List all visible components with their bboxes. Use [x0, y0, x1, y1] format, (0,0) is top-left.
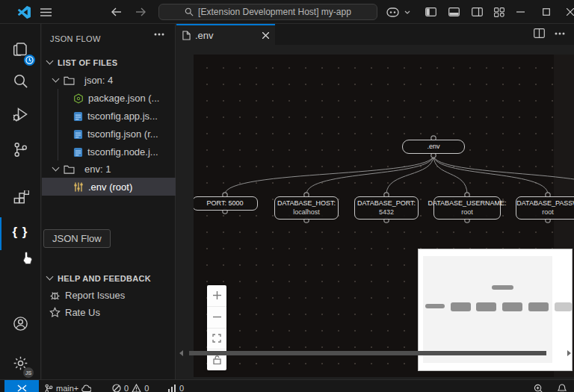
minimap-node-offscreen — [555, 302, 572, 311]
tree-folder-json[interactable]: json: 4 — [42, 72, 176, 89]
settings-gear-icon[interactable]: JS — [2, 346, 38, 379]
git-branch-status[interactable]: main+ — [45, 380, 91, 392]
remote-indicator[interactable] — [4, 380, 39, 392]
search-view-icon[interactable] — [2, 64, 38, 97]
tsconfig-icon — [73, 111, 83, 122]
env-sliders-icon — [73, 182, 84, 192]
help-rate-us[interactable]: Rate Us — [42, 304, 176, 321]
json-flow-view-icon[interactable]: { } — [2, 216, 38, 249]
minimap-node — [476, 302, 496, 311]
flow-node-root[interactable]: .env — [402, 140, 465, 154]
notifications-bell-icon[interactable] — [558, 380, 567, 392]
search-icon — [185, 7, 194, 16]
chevron-down-icon — [46, 273, 54, 281]
nav-forward-icon[interactable] — [131, 0, 150, 24]
minimap-node — [451, 302, 471, 311]
explorer-icon[interactable] — [2, 33, 38, 66]
flow-node-port[interactable]: PORT: 5000 — [194, 196, 258, 211]
zoom-out-button[interactable] — [207, 307, 226, 329]
run-debug-icon[interactable] — [2, 98, 38, 131]
copilot-dropdown-chevron-icon[interactable] — [402, 0, 413, 24]
screencast-zoom-icon[interactable] — [534, 380, 543, 392]
source-control-icon[interactable] — [2, 133, 38, 166]
tsconfig-icon — [73, 147, 83, 158]
chevron-down-icon — [52, 164, 60, 172]
vscode-window: [Extension Development Host] my-app — [0, 0, 574, 392]
section-list-of-files[interactable]: LIST OF FILES — [42, 54, 176, 71]
branch-icon — [45, 384, 53, 392]
toggle-primary-sidebar-icon[interactable] — [421, 0, 440, 24]
scroll-left-arrow-icon[interactable] — [179, 350, 183, 356]
chevron-down-icon — [46, 57, 54, 65]
problems-status[interactable]: 0 0 — [112, 380, 149, 392]
tab-label: .env — [195, 30, 214, 41]
command-center-text: [Extension Development Host] my-app — [198, 7, 351, 17]
sidebar-json-flow: JSON FLOW LIST OF FILES json: 4 package.… — [42, 24, 176, 379]
minimap-node — [425, 304, 445, 308]
activity-bar: { } JS — [0, 24, 41, 379]
json-flow-canvas[interactable]: .env PORT: 5000 DATABASE_HOST: localhost… — [194, 55, 574, 377]
tab-close-icon[interactable] — [262, 32, 269, 39]
tree-file-tsconfig-node[interactable]: tsconfig.node.j... — [42, 143, 176, 161]
menu-hamburger-icon[interactable] — [36, 0, 55, 24]
window-close-button[interactable] — [559, 0, 574, 24]
customize-layout-icon[interactable] — [490, 0, 509, 24]
ports-icon — [167, 385, 176, 392]
sidebar-more-actions-icon[interactable] — [154, 33, 164, 36]
status-bar: main+ 0 0 0 — [0, 379, 574, 392]
fit-view-button[interactable] — [207, 329, 226, 350]
editor-more-actions-icon[interactable] — [555, 32, 565, 35]
ports-status[interactable]: 0 — [167, 380, 184, 392]
accounts-icon[interactable] — [2, 307, 38, 340]
minimap-node — [502, 302, 522, 311]
tree-file-env-selected[interactable]: .env (root) — [42, 178, 176, 196]
zoom-in-button[interactable] — [207, 285, 226, 307]
workbench: { } JS JSON FLOW LIST OF FILES — [0, 24, 574, 379]
split-editor-icon[interactable] — [534, 28, 545, 38]
toggle-panel-icon[interactable] — [444, 0, 463, 24]
tree-folder-env[interactable]: env: 1 — [42, 161, 176, 178]
js-badge: JS — [23, 367, 34, 378]
horizontal-scrollbar[interactable] — [178, 350, 574, 356]
section-help-and-feedback[interactable]: HELP AND FEEDBACK — [42, 270, 176, 287]
folder-icon — [64, 165, 75, 174]
mouse-pointer-cursor — [20, 251, 34, 267]
tab-env[interactable]: .env — [176, 24, 275, 45]
active-view-indicator — [0, 217, 1, 250]
flow-controls — [207, 285, 226, 370]
remote-icon — [17, 385, 27, 392]
flow-node-database-password[interactable]: DATABASE_PASSW root — [516, 196, 574, 220]
bug-icon — [49, 290, 61, 301]
title-bar: [Extension Development Host] my-app — [0, 0, 574, 24]
chevron-down-icon — [52, 75, 60, 83]
copilot-icon[interactable] — [383, 0, 401, 24]
star-icon — [49, 307, 61, 318]
tab-strip: .env — [176, 24, 574, 45]
folder-icon — [64, 76, 75, 85]
file-icon — [182, 31, 191, 40]
json-flow-tooltip: JSON Flow — [43, 229, 111, 248]
extensions-icon[interactable] — [2, 182, 38, 215]
flow-node-database-port[interactable]: DATABASE_PORT: 5432 — [354, 196, 419, 220]
tree-file-tsconfig-app[interactable]: tsconfig.app.js... — [42, 108, 176, 125]
sync-icon — [81, 385, 91, 392]
flow-node-database-username[interactable]: DATABASE_USERNAME: root — [433, 196, 501, 220]
scroll-right-arrow-icon[interactable] — [567, 350, 571, 356]
minimap-node — [492, 285, 513, 290]
editor-group: .env — [176, 24, 574, 379]
tree-file-package-json[interactable]: package.json (... — [42, 90, 176, 107]
window-maximize-button[interactable] — [535, 0, 558, 24]
nav-back-icon[interactable] — [107, 0, 126, 24]
window-minimize-button[interactable] — [509, 0, 531, 24]
tree-file-tsconfig-json[interactable]: tsconfig.json (r... — [42, 125, 176, 143]
sidebar-title: JSON FLOW — [50, 34, 101, 43]
help-report-issues[interactable]: Report Issues — [42, 287, 176, 304]
command-center[interactable]: [Extension Development Host] my-app — [158, 4, 377, 20]
flow-node-database-host[interactable]: DATABASE_HOST: localhost — [274, 196, 339, 220]
vscode-logo-icon — [13, 0, 34, 24]
braces-icon: { } — [13, 225, 28, 240]
scrollbar-thumb[interactable] — [189, 351, 546, 355]
toggle-secondary-sidebar-icon[interactable] — [467, 0, 487, 24]
warnings-icon — [132, 384, 141, 392]
errors-icon — [112, 384, 121, 392]
